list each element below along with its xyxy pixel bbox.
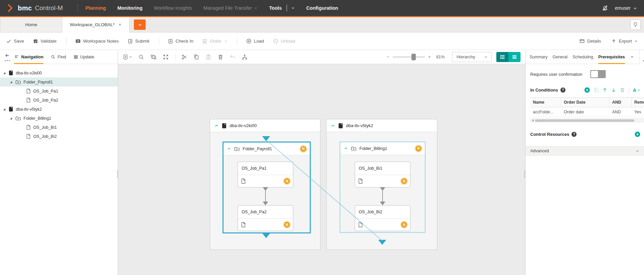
unload-button[interactable]: Unload	[273, 38, 295, 44]
tab-workspace-global[interactable]: Workspace_GLOBAL*	[62, 17, 130, 33]
collapse-right-arrow-icon[interactable]	[643, 53, 644, 58]
tab-summary[interactable]: Summary	[530, 50, 547, 64]
tree-item-job-pa2[interactable]: OS_Job_Pa2	[0, 96, 118, 105]
duplicate-condition-icon[interactable]	[593, 87, 599, 93]
nav-tools[interactable]: Tools	[269, 5, 295, 11]
job-node-pa1[interactable]: OS_Job_Pa1 N	[238, 162, 293, 187]
requires-confirmation-toggle[interactable]	[590, 70, 606, 78]
job-node-pa2[interactable]: OS_Job_Pa2 N	[238, 205, 293, 231]
nav-monitoring[interactable]: Monitoring	[117, 5, 143, 11]
move-up-icon[interactable]	[602, 87, 608, 93]
left-panel-resize-handle[interactable]	[117, 170, 118, 177]
nav-planning[interactable]: Planning	[85, 5, 106, 11]
add-condition-icon[interactable]	[584, 87, 590, 93]
tab-update[interactable]: Update	[73, 50, 94, 64]
right-panel-resize-handle[interactable]	[524, 170, 526, 177]
tree-item-folder-payroll[interactable]: Folder_Payroll1	[0, 77, 118, 87]
control-m-app: bmc Control-M Planning Monitoring Workfl…	[0, 0, 644, 275]
tree-item-folder-billing[interactable]: Folder_Billing1	[0, 114, 118, 123]
tree-item-job-pa1[interactable]: OS_Job_Pa1	[0, 87, 118, 96]
expand-toggle-icon[interactable]	[10, 81, 12, 83]
table-row[interactable]: accFolde... Order date AND Yes	[530, 107, 644, 117]
layout-mode-dropdown[interactable]: Hierarchy	[452, 52, 492, 62]
scroll-left-arrow-icon[interactable]	[532, 119, 534, 122]
tree-item-server-2[interactable]: dba-tlv-v5tyk2	[0, 105, 118, 114]
copy-icon[interactable]	[193, 54, 199, 60]
tree-item-job-bi1[interactable]: OS_Job_Bi1	[0, 123, 118, 132]
layout-flow-icon[interactable]	[150, 54, 157, 60]
folder-node-payroll[interactable]: Folder_Payroll1 N OS_Job_Pa1 N	[222, 142, 311, 233]
zoom-search-icon[interactable]	[138, 54, 144, 60]
advanced-section-toggle[interactable]: Advanced	[526, 146, 644, 156]
tab-prerequisites[interactable]: Prerequisites	[598, 50, 625, 64]
fit-to-screen-icon[interactable]	[163, 54, 169, 60]
cut-icon[interactable]	[181, 54, 187, 60]
move-down-icon[interactable]	[611, 87, 616, 93]
chevron-down-icon[interactable]	[291, 6, 295, 10]
delete-icon[interactable]	[217, 54, 224, 60]
server-icon	[9, 107, 13, 112]
condition-out-triangle[interactable]	[262, 233, 270, 238]
job-node-bi2[interactable]: OS_Job_Bi2 N	[355, 205, 410, 231]
close-icon[interactable]	[118, 23, 122, 26]
new-workspace-dropdown-button[interactable]	[134, 19, 146, 30]
cell-remove: Yes	[632, 107, 644, 117]
validate-button[interactable]: Validate	[33, 39, 57, 44]
delete-condition-icon[interactable]	[620, 87, 625, 93]
collapse-chevron-icon[interactable]	[214, 123, 219, 128]
collapse-chevron-icon[interactable]	[227, 147, 231, 151]
condition-in-triangle[interactable]	[262, 136, 270, 141]
tab-home[interactable]: Home	[0, 17, 62, 32]
zoom-slider-handle[interactable]	[411, 54, 416, 60]
server-container-2[interactable]: dba-tlv-v5tyk2 Folder_Billing1 N OS_Job	[326, 119, 437, 250]
list-view-button[interactable]	[508, 52, 521, 62]
condition-out-triangle[interactable]	[378, 240, 386, 245]
collapse-left-arrow-icon[interactable]	[4, 53, 10, 58]
order-button[interactable]: Order	[202, 39, 228, 44]
save-button[interactable]: Save	[6, 39, 24, 44]
workflow-canvas[interactable]: dba-tlv-v2ki00 Folder_Payroll1 N OS_Job	[118, 64, 525, 275]
more-options-icon[interactable]	[5, 60, 10, 61]
folder-node-billing[interactable]: Folder_Billing1 N OS_Job_Bi1 N	[340, 142, 426, 233]
folder-icon	[234, 147, 240, 151]
expand-toggle-icon[interactable]	[3, 72, 5, 74]
add-node-dropdown-icon[interactable]	[123, 54, 132, 60]
tab-navigation[interactable]: Navigation	[14, 50, 43, 64]
nav-managed-file-transfer[interactable]: Managed File Transfer	[203, 5, 258, 11]
zoom-slider[interactable]	[386, 55, 431, 59]
tab-find[interactable]: Find	[51, 50, 66, 64]
collapse-chevron-icon[interactable]	[331, 123, 335, 128]
tree-item-server-1[interactable]: dba-tlv-v2ki00	[0, 68, 118, 77]
undo-icon[interactable]	[230, 54, 236, 60]
job-node-bi1[interactable]: OS_Job_Bi1 N	[355, 162, 410, 187]
export-button[interactable]: Export	[611, 39, 638, 44]
help-icon[interactable]: ?	[572, 132, 577, 137]
tips-lightbulb-button[interactable]	[630, 19, 641, 30]
workspace-notes-button[interactable]: Workspace Notes	[75, 38, 119, 44]
help-icon[interactable]: ?	[560, 88, 565, 93]
zoom-slider-track[interactable]	[393, 57, 425, 57]
collapse-chevron-icon[interactable]	[344, 146, 348, 151]
expand-toggle-icon[interactable]	[3, 108, 5, 110]
notifications-muted-icon[interactable]	[601, 4, 609, 12]
sort-conditions-button[interactable]: A	[633, 88, 641, 93]
expand-toggle-icon[interactable]	[10, 117, 12, 119]
submit-button[interactable]: Submit	[128, 39, 149, 44]
table-horizontal-scrollbar[interactable]	[530, 118, 644, 122]
details-button[interactable]: Details	[579, 38, 601, 44]
nav-workflow-insights[interactable]: Workflow Insights	[154, 5, 192, 11]
hierarchy-icon[interactable]	[242, 54, 248, 60]
tree-item-job-bi2[interactable]: OS_Job_Bi2	[0, 132, 118, 141]
grid-view-button[interactable]	[496, 52, 508, 62]
scrollbar-thumb[interactable]	[535, 119, 634, 122]
tab-general[interactable]: General	[552, 50, 567, 64]
tab-scheduling[interactable]: Scheduling	[573, 50, 593, 64]
check-in-button[interactable]: Check In	[168, 39, 193, 44]
order-icon	[202, 39, 207, 44]
add-control-resource-icon[interactable]	[634, 131, 641, 138]
paste-icon[interactable]	[205, 54, 211, 60]
more-tabs-chevron-icon[interactable]	[630, 50, 634, 64]
load-button[interactable]: Load	[246, 38, 264, 44]
user-menu[interactable]: emuser	[615, 5, 637, 11]
nav-configuration[interactable]: Configuration	[306, 5, 338, 11]
